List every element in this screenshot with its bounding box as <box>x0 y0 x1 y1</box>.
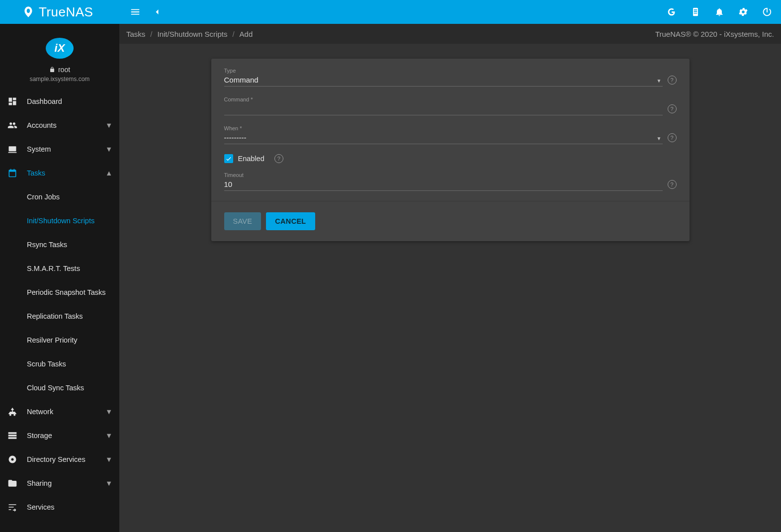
timeout-label: Timeout <box>224 172 663 178</box>
ha-status-icon[interactable] <box>666 6 678 18</box>
nav-label: Dashboard <box>27 97 113 105</box>
sidebar-sub-smart[interactable]: S.M.A.R.T. Tests <box>0 257 119 280</box>
save-button[interactable]: SAVE <box>224 212 261 230</box>
settings-icon[interactable] <box>737 6 749 18</box>
sub-label: Resilver Priority <box>27 336 78 344</box>
crumb-add: Add <box>240 30 253 38</box>
chevron-up-icon: ▲ <box>105 169 113 177</box>
back-icon[interactable] <box>151 6 163 18</box>
nav-label: Tasks <box>27 169 105 177</box>
sub-label: Periodic Snapshot Tasks <box>27 288 106 296</box>
directory-icon <box>6 454 19 464</box>
network-icon <box>6 407 19 417</box>
field-enabled: Enabled ? <box>224 154 677 163</box>
topbar: TrueNAS <box>0 0 781 24</box>
field-command: Command * ? <box>224 96 677 115</box>
type-select[interactable]: Command <box>224 75 663 87</box>
enabled-label: Enabled <box>238 155 264 163</box>
field-when: When * --------- ▼ ? <box>224 125 677 144</box>
crumb-tasks[interactable]: Tasks <box>126 30 145 38</box>
nav-label: Sharing <box>27 479 105 487</box>
sidebar-sub-cron-jobs[interactable]: Cron Jobs <box>0 185 119 209</box>
crumb-sep: / <box>232 30 234 38</box>
chevron-down-icon: ▼ <box>105 408 113 416</box>
clipboard-icon[interactable] <box>690 6 701 18</box>
nav-label: Storage <box>27 432 105 440</box>
sidebar-sub-resilver[interactable]: Resilver Priority <box>0 328 119 352</box>
nav-label: Accounts <box>27 121 105 129</box>
sidebar-sub-scrub[interactable]: Scrub Tasks <box>0 352 119 376</box>
copyright-text: TrueNAS® © 2020 - iXsystems, Inc. <box>655 30 774 38</box>
sidebar: iX root sample.ixsystems.com Dashboard A… <box>0 24 119 532</box>
crumb-sep: / <box>150 30 152 38</box>
svg-point-1 <box>11 458 14 461</box>
brand-block: iX root sample.ixsystems.com <box>0 24 119 89</box>
sidebar-sub-cloudsync[interactable]: Cloud Sync Tasks <box>0 376 119 400</box>
sub-label: Rsync Tasks <box>27 241 67 249</box>
main-content: Tasks / Init/Shutdown Scripts / Add True… <box>119 24 781 532</box>
nav-label: System <box>27 145 105 153</box>
timeout-input[interactable] <box>224 179 663 191</box>
sidebar-item-storage[interactable]: Storage ▼ <box>0 424 119 447</box>
cancel-button[interactable]: CANCEL <box>266 212 315 230</box>
username: root <box>58 66 70 74</box>
tasks-icon <box>6 168 19 178</box>
crumb-init[interactable]: Init/Shutdown Scripts <box>158 30 228 38</box>
user-line: root <box>0 66 119 74</box>
hostname: sample.ixsystems.com <box>0 76 119 83</box>
type-label: Type <box>224 68 663 74</box>
sidebar-item-network[interactable]: Network ▼ <box>0 400 119 424</box>
help-icon[interactable]: ? <box>668 76 677 85</box>
nav-label: Network <box>27 408 105 416</box>
sidebar-sub-rsync[interactable]: Rsync Tasks <box>0 233 119 257</box>
truenas-logo-icon <box>22 5 35 18</box>
chevron-down-icon: ▼ <box>105 479 113 487</box>
sub-label: Init/Shutdown Scripts <box>27 217 94 225</box>
sub-label: Cron Jobs <box>27 193 60 201</box>
chevron-down-icon: ▼ <box>105 121 113 129</box>
dashboard-icon <box>6 96 19 106</box>
form-card: Type Command ▼ ? Command * ? <box>211 59 690 241</box>
power-icon[interactable] <box>761 6 773 18</box>
form-actions: SAVE CANCEL <box>211 201 690 241</box>
field-timeout: Timeout ? <box>224 172 677 191</box>
system-icon <box>6 144 19 154</box>
help-icon[interactable]: ? <box>668 133 677 142</box>
sub-label: Replication Tasks <box>27 312 83 320</box>
sub-label: Scrub Tasks <box>27 360 66 368</box>
sub-label: S.M.A.R.T. Tests <box>27 265 80 272</box>
sidebar-sub-snapshot[interactable]: Periodic Snapshot Tasks <box>0 280 119 304</box>
lock-icon <box>49 67 55 73</box>
sidebar-item-services[interactable]: Services <box>0 495 119 519</box>
when-label: When * <box>224 125 663 131</box>
sidebar-item-directory[interactable]: Directory Services ▼ <box>0 447 119 471</box>
nav-label: Services <box>27 503 113 511</box>
accounts-icon <box>6 120 19 130</box>
sidebar-item-system[interactable]: System ▼ <box>0 137 119 161</box>
storage-icon <box>6 431 19 441</box>
when-select[interactable]: --------- <box>224 132 663 144</box>
chevron-down-icon: ▼ <box>105 455 113 463</box>
chevron-down-icon: ▼ <box>105 145 113 153</box>
services-icon <box>6 502 19 512</box>
menu-toggle-icon[interactable] <box>129 6 141 18</box>
sidebar-sub-init-shutdown[interactable]: Init/Shutdown Scripts <box>0 209 119 233</box>
enabled-checkbox[interactable] <box>224 154 233 163</box>
sidebar-item-sharing[interactable]: Sharing ▼ <box>0 471 119 495</box>
help-icon[interactable]: ? <box>668 104 677 113</box>
notifications-icon[interactable] <box>713 6 725 18</box>
command-label: Command * <box>224 96 663 102</box>
logo-area: TrueNAS <box>8 4 119 20</box>
field-type: Type Command ▼ ? <box>224 68 677 87</box>
sidebar-sub-replication[interactable]: Replication Tasks <box>0 304 119 328</box>
sub-label: Cloud Sync Tasks <box>27 384 84 392</box>
help-icon[interactable]: ? <box>274 154 283 163</box>
ix-logo: iX <box>46 38 74 59</box>
sharing-icon <box>6 478 19 488</box>
help-icon[interactable]: ? <box>668 180 677 189</box>
sidebar-item-tasks[interactable]: Tasks ▲ <box>0 161 119 185</box>
command-input[interactable] <box>224 103 663 115</box>
nav-label: Directory Services <box>27 455 105 463</box>
sidebar-item-dashboard[interactable]: Dashboard <box>0 89 119 113</box>
sidebar-item-accounts[interactable]: Accounts ▼ <box>0 113 119 137</box>
